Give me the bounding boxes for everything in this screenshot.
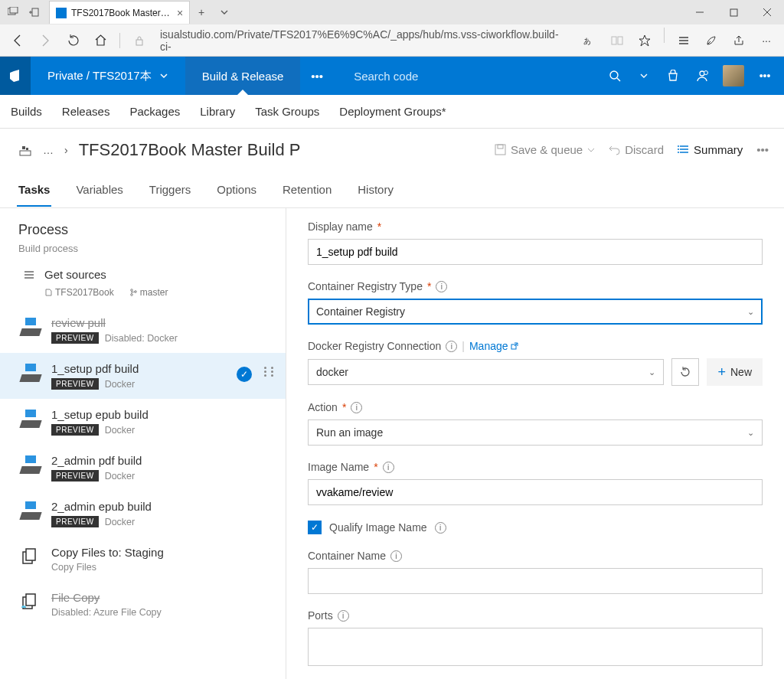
display-name-input[interactable] bbox=[308, 239, 763, 265]
svg-rect-20 bbox=[26, 148, 28, 150]
refresh-conn-button[interactable] bbox=[671, 358, 699, 386]
info-icon[interactable]: i bbox=[446, 341, 457, 352]
get-sources-label: Get sources bbox=[44, 268, 106, 281]
ports-label: Ports bbox=[308, 609, 333, 622]
task-name: 1_setup epub build bbox=[51, 408, 273, 421]
task-item[interactable]: 1_setup pdf buildPREVIEWDocker✓ bbox=[0, 353, 286, 399]
svg-rect-18 bbox=[20, 151, 31, 155]
task-item[interactable]: 2_admin pdf buildPREVIEWDocker bbox=[0, 445, 286, 491]
registry-type-select[interactable]: Container Registry ⌄ bbox=[308, 299, 763, 325]
tab-menu-icon[interactable] bbox=[213, 8, 236, 17]
project-breadcrumb[interactable]: Private / TFS2017本 bbox=[31, 57, 185, 95]
favorite-button[interactable] bbox=[632, 28, 658, 54]
maximize-button[interactable] bbox=[717, 0, 750, 24]
preview-badge: PREVIEW bbox=[51, 378, 99, 390]
marketplace-icon[interactable] bbox=[665, 67, 681, 84]
qualify-checkbox[interactable]: ✓ bbox=[308, 521, 322, 534]
tab-aside-icon[interactable] bbox=[24, 2, 44, 22]
browser-tab[interactable]: TFS2017Book Master Bu × bbox=[49, 1, 190, 24]
subnav-deploymentgroups[interactable]: Deployment Groups* bbox=[339, 105, 446, 118]
back-button[interactable] bbox=[5, 28, 31, 54]
docker-icon bbox=[21, 455, 42, 474]
tab-tasks[interactable]: Tasks bbox=[17, 174, 51, 207]
process-header[interactable]: Process Build process bbox=[0, 208, 286, 260]
refresh-button[interactable] bbox=[60, 28, 86, 54]
info-icon[interactable]: i bbox=[338, 610, 349, 622]
search-input[interactable] bbox=[354, 70, 530, 83]
search-code-box[interactable] bbox=[334, 57, 606, 95]
action-select[interactable]: Run an image ⌄ bbox=[308, 419, 763, 446]
address-bar[interactable]: isualstudio.com/Private/TFS2017%E6%9C%AC… bbox=[154, 29, 575, 52]
task-item[interactable]: File CopyDisabled: Azure File Copy bbox=[0, 582, 286, 627]
subnav-releases[interactable]: Releases bbox=[62, 105, 110, 118]
task-type: Docker bbox=[105, 379, 136, 390]
user-avatar[interactable] bbox=[723, 65, 744, 87]
nav-build-release[interactable]: Build & Release bbox=[185, 57, 301, 95]
subnav-taskgroups[interactable]: Task Groups bbox=[255, 105, 319, 118]
share-button[interactable] bbox=[726, 28, 752, 54]
tab-close-icon[interactable]: × bbox=[177, 7, 183, 19]
discard-button[interactable]: Discard bbox=[609, 143, 664, 156]
get-sources-node[interactable]: Get sources TFS2017Book master bbox=[0, 260, 286, 307]
more-button[interactable]: ··· bbox=[753, 28, 779, 54]
nav-more-icon[interactable]: ••• bbox=[300, 57, 334, 95]
drag-handle-icon[interactable] bbox=[261, 362, 273, 377]
notes-button[interactable] bbox=[698, 28, 724, 54]
task-item[interactable]: 1_setup epub buildPREVIEWDocker bbox=[0, 399, 286, 445]
manage-link[interactable]: Manage bbox=[469, 340, 518, 352]
app-more-icon[interactable]: ••• bbox=[756, 67, 773, 84]
task-item[interactable]: review pullPREVIEWDisabled: Docker bbox=[0, 307, 286, 353]
hub-button[interactable] bbox=[671, 28, 697, 54]
forward-button[interactable] bbox=[32, 28, 58, 54]
tab-retention[interactable]: Retention bbox=[281, 174, 333, 205]
close-window-button[interactable] bbox=[750, 0, 784, 24]
new-tab-button[interactable]: + bbox=[190, 6, 213, 18]
reading-view-icon[interactable] bbox=[604, 28, 630, 54]
task-name: Copy Files to: Staging bbox=[51, 546, 273, 559]
subnav-library[interactable]: Library bbox=[200, 105, 235, 118]
task-item[interactable]: 2_admin epub buildPREVIEWDocker bbox=[0, 491, 286, 537]
breadcrumb-ellipsis[interactable]: … bbox=[43, 144, 54, 156]
info-icon[interactable]: i bbox=[436, 281, 447, 292]
svg-rect-22 bbox=[498, 145, 503, 149]
chevron-down-icon: ⌄ bbox=[747, 428, 754, 438]
minimize-button[interactable] bbox=[683, 0, 717, 24]
tab-options[interactable]: Options bbox=[215, 174, 258, 205]
info-icon[interactable]: i bbox=[383, 462, 394, 473]
tab-actions bbox=[0, 2, 44, 22]
container-name-input[interactable] bbox=[308, 568, 763, 594]
summary-button[interactable]: Summary bbox=[678, 143, 743, 156]
task-item[interactable]: Copy Files to: StagingCopy Files bbox=[0, 537, 286, 582]
docker-icon bbox=[21, 410, 42, 428]
person-icon[interactable] bbox=[694, 67, 710, 84]
tab-variables[interactable]: Variables bbox=[74, 174, 124, 205]
svg-point-16 bbox=[700, 71, 704, 76]
translate-icon[interactable]: あ bbox=[577, 28, 603, 54]
save-queue-button[interactable]: Save & queue bbox=[495, 143, 595, 156]
search-chevron-icon[interactable] bbox=[635, 67, 652, 84]
container-name-label: Container Name bbox=[308, 550, 386, 562]
svg-rect-38 bbox=[26, 594, 35, 606]
tab-history[interactable]: History bbox=[356, 174, 395, 205]
registry-conn-select[interactable]: docker ⌄ bbox=[308, 359, 664, 385]
field-qualify: ✓ Qualify Image Name i bbox=[308, 521, 763, 534]
ports-textarea[interactable] bbox=[308, 628, 763, 666]
subnav-builds[interactable]: Builds bbox=[11, 105, 42, 118]
info-icon[interactable]: i bbox=[435, 522, 446, 534]
vsts-logo-icon[interactable] bbox=[0, 57, 31, 95]
info-icon[interactable]: i bbox=[351, 402, 362, 413]
tab-thumbs-icon[interactable] bbox=[3, 2, 23, 22]
tab-triggers[interactable]: Triggers bbox=[148, 174, 192, 205]
home-button[interactable] bbox=[87, 28, 113, 54]
selected-check-icon: ✓ bbox=[237, 367, 252, 382]
subnav-packages[interactable]: Packages bbox=[129, 105, 180, 118]
search-icon[interactable] bbox=[606, 67, 623, 84]
image-name-input[interactable] bbox=[308, 479, 763, 505]
task-type: Disabled: Docker bbox=[105, 333, 178, 344]
new-conn-button[interactable]: +New bbox=[707, 358, 763, 386]
docker-icon bbox=[21, 318, 42, 336]
task-name: 2_admin pdf build bbox=[51, 454, 273, 467]
title-more-button[interactable]: ••• bbox=[756, 143, 769, 156]
info-icon[interactable]: i bbox=[390, 550, 402, 562]
svg-rect-9 bbox=[612, 37, 616, 44]
